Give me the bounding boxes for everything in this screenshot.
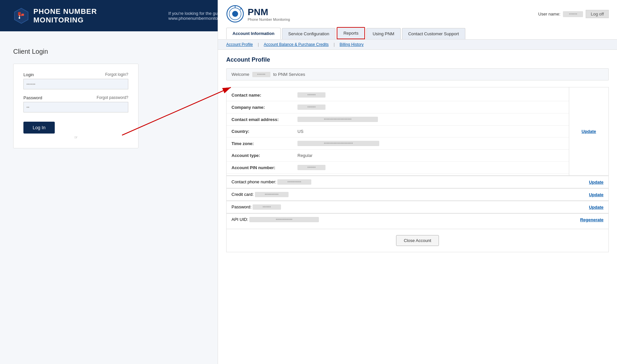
pnm-title: PNM	[248, 7, 290, 17]
update-credit-link[interactable]: Update	[589, 192, 603, 197]
logoff-button[interactable]: Log off	[586, 10, 609, 18]
contact-phone-value: ••••••••••	[277, 179, 311, 185]
timezone-row: Time zone: •••••••••••••••••••••	[227, 137, 569, 150]
svg-point-3	[18, 17, 20, 19]
username-display: ••••••	[563, 11, 583, 17]
login-input[interactable]	[23, 79, 128, 89]
password-input[interactable]	[23, 102, 128, 112]
credit-card-section: Credit card: •••••••••• Update	[227, 188, 608, 200]
profile-box: Contact name: •••••• Company name: •••••…	[226, 87, 609, 252]
cursor-indicator: ☞	[23, 135, 128, 140]
password-label: Password	[23, 95, 42, 100]
regenerate-link[interactable]: Regenerate	[580, 217, 603, 222]
tab-contact-customer-support[interactable]: Contact Customer Support	[402, 28, 465, 39]
contact-phone-left: Contact phone number: ••••••••••	[231, 179, 311, 185]
credit-card-label: Credit card:	[231, 192, 255, 197]
section-title: Account Profile	[226, 56, 609, 63]
content-area: Account Profile Welcome •••••• to PNM Se…	[218, 50, 617, 364]
logo-area: PHONE NUMBER MONITORING	[13, 6, 129, 26]
left-panel: Client Login Login Forgot login? Passwor…	[0, 31, 218, 364]
profile-section-1: Contact name: •••••• Company name: •••••…	[227, 87, 608, 175]
company-name-label: Company name:	[227, 101, 293, 113]
password-row: Password Forgot password?	[23, 95, 128, 112]
right-panel: PNM Phone Number Monitoring User name: •…	[218, 0, 617, 364]
api-uid-value: ••••••••••••	[249, 217, 319, 222]
welcome-suffix: to PNM Services	[273, 72, 305, 77]
contact-name-label: Contact name:	[227, 89, 293, 101]
close-account-button[interactable]: Close Account	[396, 235, 439, 246]
svg-point-8	[232, 11, 238, 17]
pnm-subtitle: Phone Number Monitoring	[248, 17, 290, 21]
company-name-row: Company name: ••••••	[227, 101, 569, 113]
login-label: Login	[23, 72, 34, 77]
country-row: Country: US	[227, 126, 569, 137]
subnav-account-balance[interactable]: Account Balance & Purchase Credits	[264, 42, 329, 47]
country-value: US	[293, 126, 569, 137]
update-phone-link[interactable]: Update	[589, 180, 603, 185]
login-row: Login Forgot login?	[23, 72, 128, 89]
profile-info-table: Contact name: •••••• Company name: •••••…	[227, 89, 569, 174]
login-button[interactable]: Log In	[23, 122, 55, 134]
timezone-label: Time zone:	[227, 137, 293, 150]
tab-service-configuration[interactable]: Service Configuration	[282, 28, 335, 39]
svg-rect-1	[18, 12, 21, 15]
password-section: Password: •••••• Update	[227, 200, 608, 213]
pin-value: ••••••	[293, 162, 569, 174]
password-label-field: Password:	[231, 204, 253, 209]
forgot-login-link[interactable]: Forgot login?	[105, 72, 128, 77]
login-form: Login Forgot login? Password Forgot pass…	[13, 64, 139, 148]
email-label: Contact email address:	[227, 113, 293, 126]
update-link-1[interactable]: Update	[581, 129, 596, 134]
subnav-billing-history[interactable]: Billing History	[340, 42, 364, 47]
close-account-area: Close Account	[227, 229, 608, 252]
forgot-password-link[interactable]: Forgot password?	[97, 95, 128, 100]
subnav-account-profile[interactable]: Account Profile	[226, 42, 253, 47]
email-value: ••••••••••••••••••••	[293, 113, 569, 126]
timezone-value: •••••••••••••••••••••	[293, 137, 569, 150]
contact-name-row: Contact name: ••••••	[227, 89, 569, 101]
email-row: Contact email address: •••••••••••••••••…	[227, 113, 569, 126]
user-area: User name: •••••• Log off	[538, 10, 609, 18]
user-label: User name:	[538, 12, 560, 16]
nav-tabs: Account Information Service Configuratio…	[226, 27, 609, 39]
update-area-1: Update	[569, 87, 608, 175]
pin-label: Account PIN number:	[227, 162, 293, 174]
password-left: Password: ••••••	[231, 204, 281, 210]
pnm-logo-icon	[13, 6, 29, 26]
main-wrapper: PHONE NUMBER MONITORING If you're lookin…	[0, 0, 617, 364]
pnm-header-top: PNM Phone Number Monitoring User name: •…	[226, 5, 609, 23]
contact-phone-section: Contact phone number: •••••••••• Update	[227, 175, 608, 188]
company-name-value: ••••••	[293, 101, 569, 113]
client-login-title: Client Login	[13, 48, 204, 55]
country-label: Country:	[227, 126, 293, 137]
welcome-bar: Welcome •••••• to PNM Services	[226, 68, 609, 80]
account-type-row: Account type: Regular	[227, 150, 569, 162]
pnm-logo-text-block: PNM Phone Number Monitoring	[248, 7, 290, 21]
sub-nav: Account Profile | Account Balance & Purc…	[218, 40, 617, 50]
credit-card-left: Credit card: ••••••••••	[231, 192, 289, 197]
update-password-link[interactable]: Update	[589, 205, 603, 210]
contact-name-value: ••••••	[293, 89, 569, 101]
welcome-text: Welcome	[231, 72, 249, 77]
welcome-name: ••••••	[252, 72, 270, 77]
tab-reports[interactable]: Reports	[337, 27, 365, 39]
api-uid-left: API UID: ••••••••••••	[231, 217, 319, 222]
logo-text: PHONE NUMBER MONITORING	[33, 7, 129, 24]
api-uid-label: API UID:	[231, 217, 249, 222]
pin-row: Account PIN number: ••••••	[227, 162, 569, 174]
account-type-value: Regular	[293, 150, 569, 162]
profile-fields-left: Contact name: •••••• Company name: •••••…	[227, 87, 569, 175]
pnm-dashboard-logo-icon	[226, 5, 244, 23]
tab-using-pnm[interactable]: Using PNM	[366, 28, 401, 39]
pnm-header: PNM Phone Number Monitoring User name: •…	[218, 0, 617, 40]
pnm-logo-area: PNM Phone Number Monitoring	[226, 5, 290, 23]
credit-card-value: ••••••••••	[255, 192, 289, 197]
account-type-label: Account type:	[227, 150, 293, 162]
password-value: ••••••	[253, 204, 281, 210]
api-uid-section: API UID: •••••••••••• Regenerate	[227, 213, 608, 226]
tab-account-information[interactable]: Account Information	[226, 28, 281, 39]
contact-phone-label: Contact phone number:	[231, 179, 277, 184]
